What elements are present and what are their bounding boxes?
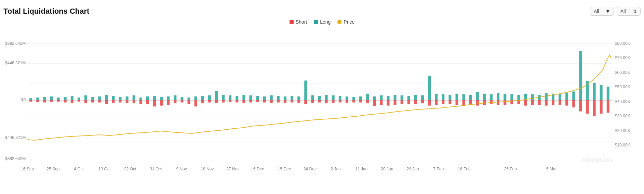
chart-header: Total Liquidations Chart All ▼ All ⇅ — [3, 7, 641, 16]
svg-rect-31 — [64, 97, 67, 100]
svg-rect-166 — [524, 100, 527, 106]
svg-text:$892.642M: $892.642M — [5, 41, 26, 46]
svg-rect-46 — [112, 100, 115, 103]
svg-rect-71 — [201, 96, 204, 100]
svg-rect-168 — [531, 100, 534, 105]
svg-rect-25 — [43, 97, 46, 100]
svg-rect-37 — [84, 95, 87, 100]
svg-text:$446.321M: $446.321M — [5, 135, 26, 140]
svg-rect-70 — [194, 100, 197, 106]
svg-rect-24 — [36, 100, 39, 102]
svg-rect-33 — [71, 96, 73, 100]
svg-rect-40 — [91, 100, 94, 103]
svg-rect-30 — [57, 100, 60, 102]
svg-rect-59 — [160, 97, 163, 100]
svg-rect-87 — [256, 96, 259, 100]
svg-text:27 Nov: 27 Nov — [226, 167, 239, 171]
svg-text:22 Oct: 22 Oct — [124, 167, 136, 171]
svg-rect-93 — [277, 96, 280, 100]
svg-rect-182 — [579, 100, 582, 112]
svg-rect-58 — [153, 100, 156, 106]
chart-container: Total Liquidations Chart All ▼ All ⇅ Sho… — [0, 0, 644, 194]
svg-rect-79 — [229, 95, 231, 100]
svg-rect-117 — [359, 96, 362, 100]
svg-rect-53 — [139, 98, 142, 100]
svg-rect-130 — [401, 100, 403, 104]
svg-rect-38 — [84, 100, 87, 103]
svg-rect-77 — [222, 95, 225, 100]
svg-rect-147 — [462, 94, 465, 100]
svg-rect-107 — [325, 95, 328, 100]
svg-rect-86 — [249, 100, 252, 103]
svg-rect-113 — [346, 96, 348, 100]
svg-rect-176 — [559, 100, 561, 105]
svg-rect-94 — [277, 100, 280, 103]
svg-rect-142 — [442, 100, 444, 104]
svg-rect-103 — [311, 95, 314, 100]
svg-rect-69 — [194, 96, 197, 100]
svg-rect-62 — [167, 100, 170, 105]
svg-rect-133 — [414, 95, 417, 100]
svg-rect-101 — [304, 80, 307, 100]
svg-rect-180 — [572, 100, 575, 107]
svg-text:4 Oct: 4 Oct — [74, 167, 84, 171]
svg-rect-149 — [469, 95, 472, 100]
svg-rect-131 — [407, 96, 410, 100]
svg-rect-159 — [504, 94, 506, 100]
svg-rect-127 — [394, 95, 397, 100]
svg-rect-171 — [545, 93, 548, 100]
svg-rect-141 — [442, 94, 444, 100]
svg-rect-123 — [380, 95, 383, 100]
svg-rect-178 — [565, 100, 568, 106]
type-dropdown[interactable]: All ⇅ — [617, 7, 641, 16]
svg-text:29 Jan: 29 Jan — [407, 167, 419, 171]
svg-rect-150 — [469, 100, 472, 105]
svg-rect-145 — [456, 94, 458, 100]
svg-text:20 Jan: 20 Jan — [381, 167, 393, 171]
svg-rect-50 — [126, 100, 129, 103]
svg-rect-134 — [414, 100, 417, 104]
svg-rect-152 — [476, 100, 479, 106]
svg-rect-163 — [517, 95, 520, 100]
svg-rect-174 — [552, 100, 554, 105]
svg-rect-146 — [456, 100, 458, 105]
svg-rect-74 — [208, 100, 211, 103]
chart-title: Total Liquidations Chart — [3, 7, 89, 16]
svg-rect-111 — [339, 96, 341, 100]
svg-text:25 Feb: 25 Feb — [504, 167, 517, 171]
svg-rect-75 — [215, 91, 218, 100]
svg-rect-82 — [236, 100, 238, 103]
svg-text:13 Oct: 13 Oct — [98, 167, 111, 171]
svg-rect-47 — [119, 97, 122, 100]
svg-text:24 Dec: 24 Dec — [304, 167, 317, 171]
svg-rect-22 — [29, 100, 32, 102]
svg-rect-120 — [366, 100, 369, 103]
svg-rect-108 — [325, 100, 328, 103]
svg-rect-104 — [311, 100, 314, 103]
svg-rect-189 — [607, 87, 609, 100]
svg-rect-43 — [105, 95, 108, 100]
svg-rect-102 — [304, 100, 307, 104]
svg-rect-109 — [332, 95, 335, 100]
svg-text:9 Nov: 9 Nov — [176, 167, 187, 171]
svg-text:6 Dec: 6 Dec — [253, 167, 264, 171]
svg-rect-80 — [229, 100, 231, 102]
svg-rect-98 — [291, 100, 293, 103]
svg-rect-175 — [559, 94, 561, 100]
svg-rect-55 — [146, 96, 149, 100]
svg-rect-116 — [352, 100, 355, 103]
svg-rect-51 — [133, 95, 135, 100]
svg-rect-83 — [242, 95, 245, 100]
svg-rect-177 — [565, 93, 568, 100]
asset-dropdown[interactable]: All ▼ — [590, 7, 614, 16]
svg-rect-157 — [497, 93, 499, 100]
svg-text:$10.00K: $10.00K — [615, 143, 630, 147]
chart-legend: Short Long Price — [3, 19, 641, 25]
svg-rect-49 — [126, 96, 129, 100]
svg-rect-110 — [332, 100, 335, 103]
long-dot — [314, 20, 318, 24]
svg-rect-170 — [538, 100, 541, 105]
svg-rect-140 — [435, 100, 438, 105]
svg-rect-137 — [428, 76, 431, 100]
svg-rect-26 — [43, 100, 46, 103]
